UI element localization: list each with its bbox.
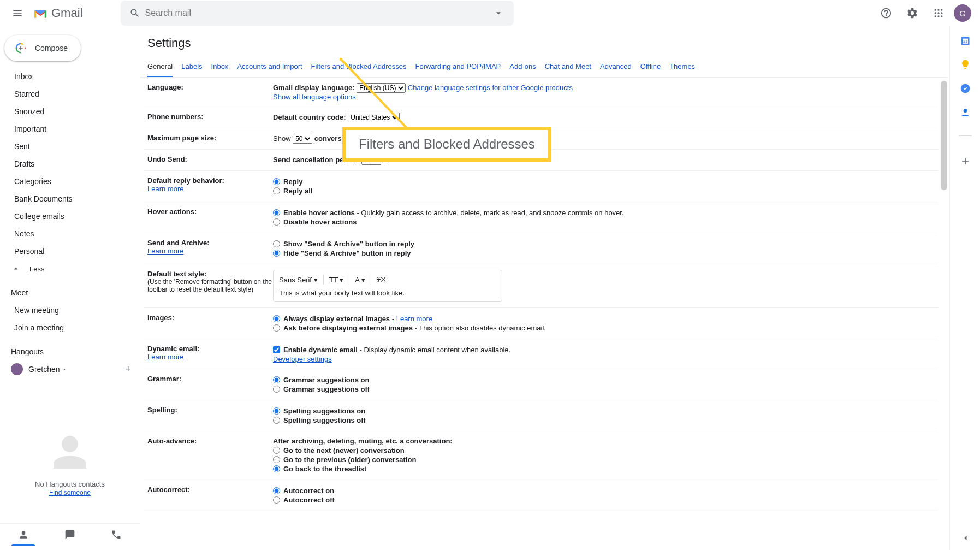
settings-tabs: General Labels Inbox Accounts and Import… <box>140 57 947 78</box>
radio-reply-all[interactable] <box>273 187 280 194</box>
sidebar-item-hangouts-user[interactable]: Gretchen + <box>0 360 140 378</box>
sidebar-item-starred[interactable]: Starred <box>0 85 140 103</box>
sidebar-item-drafts[interactable]: Drafts <box>0 155 140 173</box>
remove-formatting-icon[interactable]: 𝑇✕ <box>377 275 386 284</box>
radio-disable-hover[interactable] <box>273 218 280 226</box>
radio-show-send-archive[interactable] <box>273 240 280 247</box>
learn-more-reply[interactable]: Learn more <box>147 185 183 193</box>
account-avatar[interactable]: G <box>954 4 971 22</box>
font-family-select[interactable]: Sans Serif ▾ <box>279 276 318 284</box>
label-grammar: Grammar: <box>147 375 273 394</box>
svg-point-4 <box>937 12 939 14</box>
compose-label: Compose <box>35 44 68 52</box>
page-title: Settings <box>140 26 947 57</box>
search-input[interactable] <box>145 8 488 18</box>
tab-addons[interactable]: Add-ons <box>509 57 536 77</box>
tab-filters-blocked[interactable]: Filters and Blocked Addresses <box>311 57 407 77</box>
sidebar-item-notes[interactable]: Notes <box>0 225 140 243</box>
text-style-editor: Sans Serif ▾ 𝖳𝖳 ▾ A ▾ 𝑇✕ This is what yo… <box>273 270 502 302</box>
text-color-select[interactable]: A ▾ <box>355 276 365 284</box>
support-icon[interactable] <box>875 2 897 24</box>
radio-grammar-off[interactable] <box>273 386 280 393</box>
tasks-addon-icon[interactable] <box>960 83 971 94</box>
main-menu-icon[interactable] <box>4 0 31 26</box>
tab-offline[interactable]: Offline <box>640 57 661 77</box>
footer-tab-contacts[interactable] <box>0 524 46 546</box>
sidebar-item-personal[interactable]: Personal <box>0 243 140 260</box>
show-all-languages-link[interactable]: Show all language options <box>273 93 356 101</box>
compose-button[interactable]: Compose <box>4 35 81 61</box>
settings-gear-icon[interactable] <box>901 2 923 24</box>
footer-tab-hangouts[interactable] <box>46 524 93 546</box>
radio-enable-hover[interactable] <box>273 209 280 216</box>
sidebar-item-college-emails[interactable]: College emails <box>0 208 140 225</box>
sidebar-item-inbox[interactable]: Inbox <box>0 68 140 85</box>
checkbox-dynamic-email[interactable] <box>273 346 280 353</box>
no-hangouts-contacts: No Hangouts contacts Find someone <box>0 433 140 496</box>
svg-point-0 <box>935 9 936 11</box>
radio-prev-conversation[interactable] <box>273 456 280 463</box>
tab-inbox[interactable]: Inbox <box>211 57 229 77</box>
sidebar-less[interactable]: Less <box>0 260 140 277</box>
radio-autocorrect-off[interactable] <box>273 496 280 504</box>
sidebar-footer <box>0 523 140 546</box>
label-phone: Phone numbers: <box>147 113 273 122</box>
sidebar: Compose Inbox Starred Snoozed Important … <box>0 26 140 550</box>
find-someone-link[interactable]: Find someone <box>49 489 91 496</box>
svg-point-8 <box>941 15 942 17</box>
search-options-icon[interactable] <box>488 2 509 24</box>
calendar-addon-icon[interactable]: 31 <box>960 35 971 46</box>
tab-forwarding[interactable]: Forwarding and POP/IMAP <box>415 57 501 77</box>
hide-panel-icon[interactable] <box>960 533 971 543</box>
radio-spelling-on[interactable] <box>273 407 280 415</box>
pagesize-select[interactable]: 50 <box>293 134 312 144</box>
learn-more-sendarchive[interactable]: Learn more <box>147 247 183 255</box>
sidebar-item-sent[interactable]: Sent <box>0 138 140 155</box>
learn-more-images[interactable]: Learn more <box>396 315 432 323</box>
radio-spelling-off[interactable] <box>273 417 280 424</box>
apps-grid-icon[interactable] <box>928 2 949 24</box>
svg-point-5 <box>941 12 942 14</box>
tab-advanced[interactable]: Advanced <box>600 57 632 77</box>
change-language-link[interactable]: Change language settings for other Googl… <box>408 84 573 92</box>
radio-next-conversation[interactable] <box>273 447 280 454</box>
search-bar[interactable] <box>121 1 514 26</box>
radio-back-threadlist[interactable] <box>273 465 280 472</box>
learn-more-dynamic[interactable]: Learn more <box>147 353 183 361</box>
sidebar-item-join-meeting[interactable]: Join a meeting <box>0 319 140 336</box>
search-icon <box>129 8 140 19</box>
developer-settings-link[interactable]: Developer settings <box>273 355 332 363</box>
get-addons-icon[interactable] <box>960 156 971 167</box>
tab-general[interactable]: General <box>147 57 173 77</box>
sidebar-item-categories[interactable]: Categories <box>0 173 140 190</box>
country-code-select[interactable]: United States <box>348 113 400 122</box>
sidebar-item-bank-documents[interactable]: Bank Documents <box>0 190 140 208</box>
tab-chat-meet[interactable]: Chat and Meet <box>545 57 591 77</box>
contacts-addon-icon[interactable] <box>960 107 971 118</box>
sidebar-item-important[interactable]: Important <box>0 120 140 138</box>
radio-autocorrect-on[interactable] <box>273 487 280 494</box>
label-language: Language: <box>147 83 273 101</box>
sidebar-item-new-meeting[interactable]: New meeting <box>0 301 140 319</box>
keep-addon-icon[interactable] <box>960 59 971 70</box>
gmail-logo[interactable]: Gmail <box>33 6 82 20</box>
tab-themes[interactable]: Themes <box>669 57 695 77</box>
footer-tab-phone[interactable] <box>93 524 140 546</box>
font-size-select[interactable]: 𝖳𝖳 ▾ <box>329 276 344 284</box>
tab-labels[interactable]: Labels <box>181 57 202 77</box>
label-send-archive: Send and Archive:Learn more <box>147 239 273 258</box>
label-autocorrect: Autocorrect: <box>147 486 273 505</box>
hangouts-add-icon[interactable]: + <box>125 364 131 375</box>
svg-point-6 <box>935 15 936 17</box>
label-pagesize: Maximum page size: <box>147 134 273 144</box>
radio-reply[interactable] <box>273 178 280 185</box>
language-select[interactable]: English (US) <box>357 83 406 93</box>
tab-accounts-import[interactable]: Accounts and Import <box>237 57 302 77</box>
radio-hide-send-archive[interactable] <box>273 250 280 257</box>
svg-point-7 <box>937 15 939 17</box>
radio-ask-images[interactable] <box>273 324 280 332</box>
sidebar-item-snoozed[interactable]: Snoozed <box>0 103 140 120</box>
radio-grammar-on[interactable] <box>273 376 280 383</box>
right-side-panel: 31 <box>949 26 980 550</box>
radio-always-images[interactable] <box>273 315 280 322</box>
